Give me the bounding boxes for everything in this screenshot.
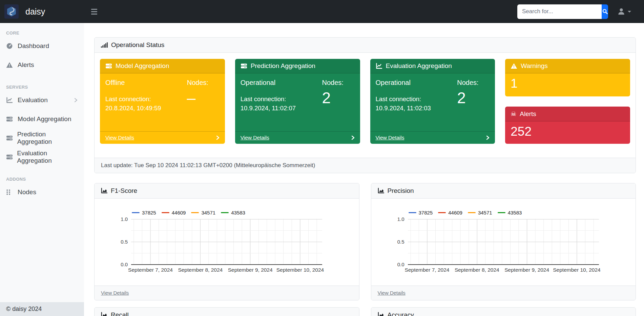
legend-line-icon: [468, 212, 476, 213]
sidebar-item-evaluation[interactable]: Evaluation: [0, 91, 84, 110]
status-card-body: Operational Last connection: 10.9.2024, …: [235, 73, 360, 131]
alerts-count: 252: [505, 121, 630, 142]
nodes-value: 2: [322, 89, 355, 107]
sidebar-item-prediction-aggregation[interactable]: Prediction Aggregation: [0, 129, 84, 148]
precision-footer: View Details: [371, 286, 636, 300]
sidebar-heading-addons: ADDONS: [0, 176, 84, 183]
precision-header: Precision: [371, 183, 636, 199]
f1-score-chart: 378254460934571435831.00.50.0September 7…: [95, 199, 359, 286]
legend-item: 44609: [162, 210, 186, 216]
server-icon: [6, 154, 13, 160]
chart-area-icon: [101, 312, 107, 316]
alerts-card-header: ☠ Alerts: [505, 107, 630, 121]
chart-line-icon: [376, 63, 382, 69]
chart-area-icon: [378, 312, 384, 316]
y-axis-tick-label: 1.0: [95, 216, 128, 222]
last-connection-label: Last connection:: [105, 95, 161, 104]
alerts-title: Alerts: [520, 110, 536, 118]
f1-score-header: F1-Score: [95, 183, 359, 199]
view-details-link[interactable]: View Details: [376, 135, 404, 141]
app-logo[interactable]: [4, 4, 19, 19]
legend-item: 37825: [409, 210, 433, 216]
sidebar: CORE Dashboard: [0, 23, 84, 316]
legend-label: 44609: [448, 210, 462, 216]
status-card-header: Evaluation Aggregation: [370, 59, 495, 73]
grip-icon: [6, 189, 14, 195]
search-input[interactable]: [517, 4, 602, 19]
sidebar-item-alerts[interactable]: Alerts: [0, 55, 84, 74]
legend-label: 34571: [478, 210, 492, 216]
chart-area-icon: [378, 188, 384, 194]
sidebar-item-label: Evaluation Aggregation: [17, 150, 78, 164]
status-card-title: Model Aggregation: [116, 62, 169, 70]
server-icon: [241, 63, 247, 69]
sidebar-item-dashboard[interactable]: Dashboard: [0, 37, 84, 55]
main-content: Operational Status: [84, 23, 644, 316]
topbar: daisy: [0, 0, 644, 23]
chart-grid: [408, 219, 600, 266]
status-card-prediction-aggregation: Prediction Aggregation Operational Last …: [235, 59, 360, 144]
legend-line-icon: [132, 212, 140, 213]
legend-item: 37825: [132, 210, 156, 216]
status-card-footer: View Details: [100, 131, 225, 144]
last-connection-value: 10.9.2024, 11:02:03: [376, 104, 431, 113]
view-details-link[interactable]: View Details: [105, 135, 134, 141]
search-form: [517, 4, 608, 19]
legend-item: 43583: [498, 210, 522, 216]
legend-line-icon: [409, 212, 416, 213]
view-details-link[interactable]: View Details: [241, 135, 269, 141]
sidebar-item-nodes[interactable]: Nodes: [0, 183, 84, 202]
sidebar-item-evaluation-aggregation[interactable]: Evaluation Aggregation: [0, 148, 84, 166]
brand-title: daisy: [25, 7, 45, 17]
legend-line-icon: [191, 212, 199, 213]
search-button[interactable]: [602, 4, 608, 19]
nodes-label: Nodes:: [457, 79, 490, 87]
sidebar-item-model-aggregation[interactable]: Model Aggregation: [0, 110, 84, 129]
signal-bars-icon: [101, 42, 108, 48]
y-axis-tick-label: 0.0: [371, 262, 404, 267]
f1-score-footer: View Details: [95, 286, 359, 300]
view-details-link[interactable]: View Details: [378, 290, 406, 296]
legend-label: 43583: [231, 210, 245, 216]
x-axis-tick-label: September 9, 2024: [504, 267, 549, 273]
precision-chart: 378254460934571435831.00.50.0September 7…: [371, 199, 636, 286]
legend-line-icon: [162, 212, 169, 213]
status-card-body: Offline Last connection: 20.8.2024, 10:4…: [100, 73, 225, 131]
view-details-link[interactable]: View Details: [101, 290, 129, 296]
x-axis-tick-label: September 7, 2024: [128, 267, 173, 273]
server-icon: [6, 116, 14, 122]
legend-label: 37825: [142, 210, 156, 216]
warnings-title: Warnings: [521, 62, 548, 70]
x-axis-tick-label: September 7, 2024: [405, 267, 450, 273]
skull-crossbones-icon: ☠: [511, 110, 516, 118]
card-title: Recall: [111, 311, 129, 316]
legend-label: 44609: [172, 210, 186, 216]
sidebar-item-label: Nodes: [18, 188, 36, 196]
warnings-card-header: Warnings: [505, 59, 630, 73]
card-title: Operational Status: [111, 41, 164, 49]
search-icon: [602, 8, 608, 15]
operational-status-card: Operational Status: [94, 37, 636, 173]
sidebar-item-label: Model Aggregation: [18, 115, 71, 123]
nodes-value: –: [187, 89, 220, 107]
y-axis-tick-label: 0.5: [371, 239, 404, 245]
accuracy-header: Accuracy: [371, 308, 636, 316]
sidebar-heading-servers: SERVERS: [0, 84, 84, 91]
warning-triangle-icon: [511, 63, 517, 69]
user-menu[interactable]: [617, 7, 631, 16]
status-text: Operational: [241, 79, 296, 87]
legend-item: 34571: [191, 210, 215, 216]
caret-down-icon: [628, 11, 631, 13]
recall-header: Recall: [95, 308, 359, 316]
y-axis-tick-label: 0.5: [95, 239, 128, 245]
f1-score-card: F1-Score 378254460934571435831.00.50.0Se…: [94, 183, 359, 300]
x-axis-tick-label: September 8, 2024: [178, 267, 223, 273]
x-axis-tick-label: September 10, 2024: [276, 267, 324, 273]
status-card-title: Prediction Aggregation: [251, 62, 315, 70]
sidebar-item-label: Dashboard: [18, 42, 49, 50]
nodes-label: Nodes:: [187, 79, 220, 87]
chevron-right-icon: [486, 135, 490, 140]
sidebar-toggle-button[interactable]: [89, 7, 99, 17]
tachometer-icon: [6, 43, 14, 49]
legend-item: 43583: [221, 210, 245, 216]
